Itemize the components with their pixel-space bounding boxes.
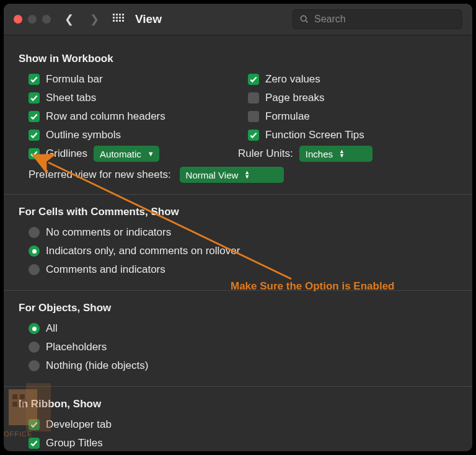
- preferred-view-value: Normal View: [186, 170, 239, 180]
- stepper-icon: ▲▼: [339, 149, 345, 158]
- objects-all-radio[interactable]: [29, 323, 40, 334]
- section-comments-title: For Cells with Comments, Show: [19, 206, 457, 218]
- gridlines-label: Gridlines: [46, 148, 87, 160]
- divider: [4, 386, 472, 387]
- stepper-icon: ▲▼: [244, 170, 250, 179]
- preferred-view-label: Preferred view for new sheets:: [29, 169, 171, 181]
- comments-and-indicators-radio[interactable]: [29, 264, 40, 275]
- function-tips-checkbox[interactable]: [248, 130, 259, 141]
- zero-values-checkbox[interactable]: [248, 74, 259, 85]
- developer-tab-checkbox[interactable]: [29, 419, 40, 430]
- objects-nothing-radio[interactable]: [29, 360, 40, 371]
- objects-placeholders-label: Placeholders: [46, 341, 107, 353]
- developer-tab-label: Developer tab: [46, 418, 112, 431]
- minimize-window-button[interactable]: [28, 15, 37, 24]
- indicators-only-label: Indicators only, and comments on rollove…: [46, 245, 240, 257]
- outline-symbols-checkbox[interactable]: [29, 130, 40, 141]
- svg-line-1: [306, 20, 307, 22]
- objects-placeholders-radio[interactable]: [29, 342, 40, 353]
- window-controls: [14, 15, 51, 24]
- outline-symbols-label: Outline symbols: [46, 129, 121, 141]
- row-col-headers-label: Row and column headers: [46, 110, 165, 123]
- svg-point-0: [301, 15, 306, 21]
- gridlines-checkbox[interactable]: [29, 148, 40, 159]
- row-col-headers-checkbox[interactable]: [29, 111, 40, 122]
- page-breaks-label: Page breaks: [265, 92, 324, 104]
- objects-nothing-label: Nothing (hide objects): [46, 360, 148, 372]
- content-area: Show in Workbook Formula bar Sheet tabs …: [4, 35, 472, 453]
- formula-bar-checkbox[interactable]: [29, 74, 40, 85]
- nav-arrows: ❮ ❯: [64, 12, 99, 26]
- search-field[interactable]: Search: [293, 9, 462, 29]
- divider: [4, 194, 472, 195]
- comments-and-indicators-label: Comments and indicators: [46, 263, 165, 276]
- formula-bar-label: Formula bar: [46, 73, 103, 86]
- ruler-units-label: Ruler Units:: [238, 148, 293, 160]
- search-placeholder: Search: [314, 14, 346, 25]
- section-show-in-workbook-title: Show in Workbook: [19, 53, 457, 65]
- section-objects-title: For Objects, Show: [19, 302, 457, 314]
- chevron-down-icon: ▼: [148, 151, 154, 157]
- function-tips-label: Function Screen Tips: [265, 129, 364, 141]
- preferences-window: ❮ ❯ View Search Show in Workbook Formula…: [4, 4, 472, 451]
- group-titles-label: Group Titles: [46, 437, 103, 449]
- back-button[interactable]: ❮: [64, 12, 74, 26]
- close-window-button[interactable]: [14, 15, 22, 24]
- toolbar: ❮ ❯ View Search: [4, 4, 472, 35]
- ruler-units-value: Inches: [306, 149, 333, 159]
- ruler-units-dropdown[interactable]: Inches ▲▼: [299, 146, 372, 162]
- zoom-window-button[interactable]: [42, 15, 51, 24]
- sheet-tabs-checkbox[interactable]: [29, 92, 40, 104]
- formulae-label: Formulae: [265, 110, 310, 123]
- formulae-checkbox[interactable]: [248, 111, 259, 122]
- no-comments-radio[interactable]: [29, 227, 40, 238]
- indicators-only-radio[interactable]: [29, 245, 40, 257]
- group-titles-checkbox[interactable]: [29, 438, 40, 449]
- sheet-tabs-label: Sheet tabs: [46, 92, 96, 104]
- show-all-button[interactable]: [113, 14, 124, 25]
- gridlines-dropdown-value: Automatic: [100, 149, 141, 159]
- annotation-text: Make Sure the Option is Enabled: [231, 280, 395, 293]
- section-ribbon-title: In Ribbon, Show: [19, 398, 457, 410]
- preferred-view-dropdown[interactable]: Normal View ▲▼: [180, 167, 284, 183]
- page-breaks-checkbox[interactable]: [248, 92, 259, 104]
- window-title: View: [135, 12, 162, 26]
- no-comments-label: No comments or indicators: [46, 226, 171, 239]
- zero-values-label: Zero values: [265, 73, 320, 86]
- forward-button[interactable]: ❯: [90, 12, 99, 26]
- search-icon: [299, 14, 309, 24]
- objects-all-label: All: [46, 322, 58, 335]
- gridlines-color-dropdown[interactable]: Automatic ▼: [94, 146, 159, 162]
